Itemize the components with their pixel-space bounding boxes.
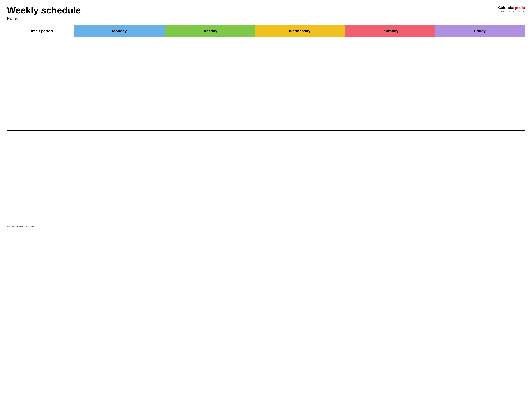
table-cell[interactable] [345, 37, 435, 53]
page-wrapper: Weekly schedule Name: Calendarpedia Your… [7, 5, 525, 228]
table-row [7, 130, 525, 146]
table-row [7, 53, 525, 68]
table-cell[interactable] [435, 68, 525, 84]
table-row [7, 115, 525, 130]
table-row [7, 84, 525, 99]
table-cell[interactable] [7, 208, 75, 224]
table-cell[interactable] [345, 130, 435, 146]
table-row [7, 162, 525, 177]
table-cell[interactable] [435, 208, 525, 224]
table-cell[interactable] [345, 177, 435, 193]
page-title: Weekly schedule [7, 5, 81, 15]
table-cell[interactable] [435, 162, 525, 177]
table-cell[interactable] [7, 146, 75, 162]
table-cell[interactable] [75, 84, 165, 99]
table-cell[interactable] [435, 177, 525, 193]
table-cell[interactable] [254, 208, 345, 224]
header-monday: Monday [75, 25, 165, 37]
table-cell[interactable] [7, 193, 75, 208]
logo-subtitle: Your source for calendars [498, 10, 525, 13]
table-cell[interactable] [435, 130, 525, 146]
name-label: Name: [7, 16, 81, 20]
table-cell[interactable] [165, 146, 254, 162]
table-cell[interactable] [7, 68, 75, 84]
table-cell[interactable] [345, 146, 435, 162]
table-cell[interactable] [254, 162, 345, 177]
table-cell[interactable] [165, 99, 254, 115]
table-cell[interactable] [7, 99, 75, 115]
table-cell[interactable] [165, 68, 254, 84]
table-cell[interactable] [75, 99, 165, 115]
table-cell[interactable] [345, 68, 435, 84]
table-cell[interactable] [435, 84, 525, 99]
schedule-table: Time / period Monday Tuesday Wednesday T… [7, 25, 525, 224]
table-cell[interactable] [254, 37, 345, 53]
table-cell[interactable] [254, 146, 345, 162]
table-cell[interactable] [7, 53, 75, 68]
table-cell[interactable] [254, 84, 345, 99]
table-cell[interactable] [165, 162, 254, 177]
table-cell[interactable] [254, 193, 345, 208]
header-wednesday: Wednesday [254, 25, 345, 37]
header-time: Time / period [7, 25, 75, 37]
table-row [7, 146, 525, 162]
logo-area: Calendarpedia Your source for calendars [498, 5, 525, 13]
table-row [7, 177, 525, 193]
table-cell[interactable] [345, 84, 435, 99]
header-tuesday: Tuesday [165, 25, 254, 37]
table-cell[interactable] [165, 130, 254, 146]
copyright-text: © www.calendarpedia.com [7, 225, 34, 228]
table-cell[interactable] [165, 193, 254, 208]
table-cell[interactable] [254, 68, 345, 84]
table-cell[interactable] [254, 53, 345, 68]
table-cell[interactable] [165, 53, 254, 68]
table-cell[interactable] [435, 146, 525, 162]
table-cell[interactable] [75, 130, 165, 146]
table-cell[interactable] [435, 115, 525, 130]
table-cell[interactable] [75, 162, 165, 177]
table-cell[interactable] [165, 208, 254, 224]
table-cell[interactable] [75, 53, 165, 68]
table-cell[interactable] [345, 53, 435, 68]
table-cell[interactable] [345, 208, 435, 224]
table-cell[interactable] [254, 115, 345, 130]
table-cell[interactable] [75, 208, 165, 224]
title-area: Weekly schedule Name: [7, 5, 81, 20]
header-divider [7, 23, 525, 23]
table-cell[interactable] [435, 99, 525, 115]
table-cell[interactable] [165, 84, 254, 99]
table-cell[interactable] [254, 99, 345, 115]
table-cell[interactable] [75, 115, 165, 130]
table-cell[interactable] [7, 162, 75, 177]
table-cell[interactable] [7, 115, 75, 130]
table-cell[interactable] [165, 177, 254, 193]
table-cell[interactable] [345, 115, 435, 130]
table-cell[interactable] [345, 99, 435, 115]
table-cell[interactable] [75, 177, 165, 193]
table-cell[interactable] [75, 193, 165, 208]
logo-calendar-part: Calendar [498, 6, 515, 10]
footer: © www.calendarpedia.com [7, 225, 525, 228]
logo-pedia-part: pedia [515, 6, 525, 10]
table-cell[interactable] [75, 68, 165, 84]
table-cell[interactable] [75, 146, 165, 162]
table-cell[interactable] [254, 130, 345, 146]
table-cell[interactable] [254, 177, 345, 193]
table-row [7, 68, 525, 84]
table-cell[interactable] [165, 37, 254, 53]
table-cell[interactable] [7, 37, 75, 53]
table-cell[interactable] [435, 193, 525, 208]
table-cell[interactable] [7, 177, 75, 193]
table-row [7, 99, 525, 115]
table-cell[interactable] [7, 130, 75, 146]
table-row [7, 193, 525, 208]
table-cell[interactable] [75, 37, 165, 53]
table-cell[interactable] [435, 53, 525, 68]
table-cell[interactable] [345, 193, 435, 208]
table-row [7, 208, 525, 224]
table-cell[interactable] [435, 37, 525, 53]
table-cell[interactable] [345, 162, 435, 177]
table-cell[interactable] [7, 84, 75, 99]
logo-text: Calendarpedia [498, 5, 525, 10]
table-cell[interactable] [165, 115, 254, 130]
